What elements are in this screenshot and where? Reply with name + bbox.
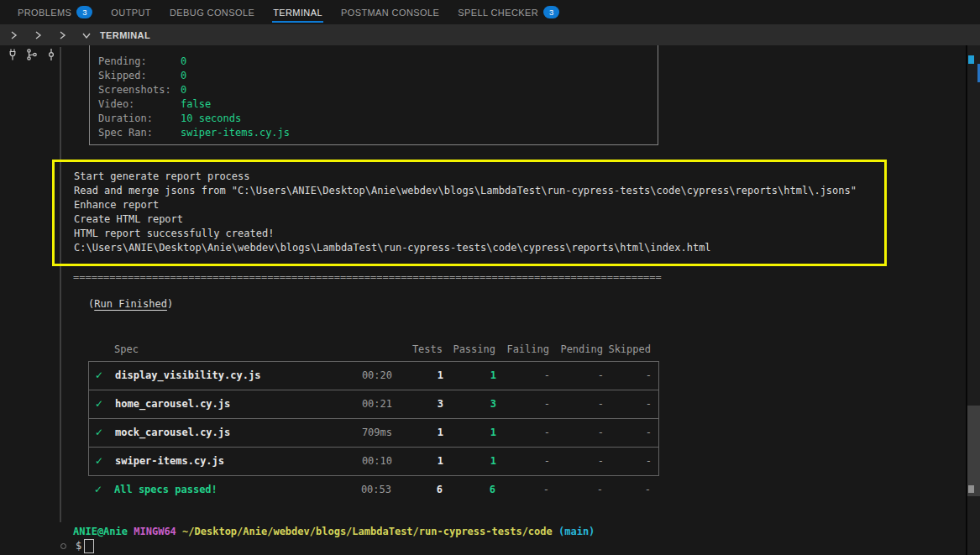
result-row: Video:false — [98, 97, 658, 112]
prompt-shell: MINGW64 — [128, 526, 176, 537]
col-header-failing: Failing — [495, 343, 549, 357]
skipped-count: - — [604, 397, 652, 411]
col-header-passing: Passing — [443, 343, 495, 357]
tab-postman-console[interactable]: POSTMAN CONSOLE — [332, 0, 448, 24]
prompt-branch: (main) — [553, 526, 595, 537]
check-icon: ✓ — [95, 426, 115, 440]
check-icon: ✓ — [95, 454, 115, 469]
tests-count: 1 — [392, 369, 443, 383]
overview-marker-gray — [968, 485, 974, 493]
scrollbar-thumb[interactable] — [967, 406, 980, 496]
chevron-right-icon[interactable] — [7, 29, 20, 42]
log-line: Start generate report process — [74, 170, 884, 184]
prompt-user: ANIE@Anie — [73, 526, 128, 537]
result-value: 0 — [181, 84, 186, 96]
result-label: Screenshots: — [98, 83, 181, 97]
result-value: 10 seconds — [181, 113, 241, 124]
passing-count: 1 — [443, 369, 496, 383]
all-specs-summary-row: ✓ All specs passed! 00:53 6 6 - - - — [88, 475, 659, 504]
spec-name: swiper-items.cy.js — [115, 454, 321, 469]
terminal-left-divider — [60, 47, 61, 522]
result-row: Pending:0 — [98, 55, 658, 69]
paren: ) — [167, 298, 173, 310]
skipped-count: - — [604, 369, 652, 383]
failing-count: - — [496, 369, 550, 383]
chevron-down-icon[interactable] — [80, 29, 93, 42]
summary-failing: - — [495, 483, 549, 497]
run-finished-text: Run Finished — [94, 298, 167, 310]
check-icon: ✓ — [95, 397, 115, 411]
log-line: Enhance report — [74, 198, 884, 212]
panel-tab-bar: PROBLEMS 3 OUTPUT DEBUG CONSOLE TERMINAL… — [0, 0, 980, 24]
check-icon: ✓ — [95, 369, 115, 383]
col-header-tests: Tests — [391, 343, 443, 357]
prompt-path: ~/Desktop/Anie/webdev/blogs/LambdaTest/r… — [176, 526, 553, 537]
summary-skipped: - — [603, 483, 651, 497]
result-label: Video: — [98, 97, 181, 112]
result-value: 0 — [181, 55, 186, 67]
col-header-pending: Pending — [549, 343, 603, 357]
summary-passing: 6 — [443, 483, 495, 497]
git-commit-icon[interactable] — [45, 48, 58, 61]
spec-duration: 00:20 — [321, 369, 392, 383]
terminal-cursor[interactable] — [84, 539, 94, 553]
run-finished-label: (Run Finished) — [88, 297, 173, 312]
result-value: swiper-items.cy.js — [181, 127, 290, 139]
panel-title: TERMINAL — [100, 30, 150, 40]
tests-count: 1 — [392, 426, 443, 440]
terminal-scrollbar[interactable] — [966, 45, 980, 555]
result-row: Spec Ran:swiper-items.cy.js — [98, 126, 658, 140]
prompt-ring-icon — [60, 543, 66, 549]
passing-count: 3 — [443, 397, 496, 411]
log-line: Read and merge jsons from "C:\Users\ANIE… — [74, 184, 884, 198]
failing-count: - — [496, 426, 550, 440]
tab-problems-label: PROBLEMS — [18, 8, 71, 18]
source-control-icon[interactable] — [25, 48, 39, 61]
spell-checker-count-badge: 3 — [543, 6, 559, 18]
pending-count: - — [550, 369, 604, 383]
chevron-right-icon[interactable] — [31, 29, 45, 42]
result-row: Duration:10 seconds — [98, 112, 658, 126]
spec-name: home_carousel.cy.js — [115, 397, 321, 411]
tab-debug-console[interactable]: DEBUG CONSOLE — [160, 0, 264, 24]
table-row: ✓ mock_carousel.cy.js 709ms 1 1 - - - — [89, 418, 658, 447]
cypress-results-box: Pending:0 Skipped:0 Screenshots:0 Video:… — [89, 45, 658, 145]
report-log-highlight-box: Start generate report process Read and m… — [52, 160, 887, 266]
result-row: Screenshots:0 — [98, 83, 658, 97]
result-value: 0 — [181, 70, 186, 81]
spec-table-header: Spec Tests Passing Failing Pending Skipp… — [88, 340, 659, 359]
tests-count: 1 — [392, 454, 443, 469]
table-row: ✓ home_carousel.cy.js 00:21 3 3 - - - — [89, 390, 658, 418]
tab-spell-checker[interactable]: SPELL CHECKER 3 — [448, 0, 569, 24]
log-line: HTML report successfully created! — [74, 227, 884, 241]
overview-marker-blue — [968, 55, 974, 64]
table-row: ✓ swiper-items.cy.js 00:10 1 1 - - - — [89, 447, 658, 475]
problems-count-badge: 3 — [76, 6, 92, 18]
shell-prompt: ANIE@Anie MINGW64 ~/Desktop/Anie/webdev/… — [73, 525, 595, 539]
result-label: Skipped: — [98, 69, 181, 83]
col-header-skipped: Skipped — [603, 343, 651, 357]
tests-count: 3 — [392, 397, 443, 411]
panel-header: TERMINAL — [0, 24, 980, 45]
result-label: Duration: — [98, 112, 181, 126]
pending-count: - — [550, 397, 604, 411]
check-icon: ✓ — [94, 483, 114, 497]
pending-count: - — [550, 454, 604, 469]
tab-output[interactable]: OUTPUT — [102, 0, 160, 24]
prompt-symbol: $ — [76, 539, 81, 553]
summary-pending: - — [549, 483, 603, 497]
spec-name: display_visibility.cy.js — [115, 369, 321, 383]
spec-name: mock_carousel.cy.js — [115, 426, 321, 440]
spec-duration: 00:21 — [321, 397, 392, 411]
tab-output-label: OUTPUT — [111, 8, 151, 18]
chevron-right-icon[interactable] — [55, 29, 69, 42]
separator-line: ========================================… — [73, 270, 662, 285]
terminal-viewport[interactable]: Pending:0 Skipped:0 Screenshots:0 Video:… — [0, 45, 980, 555]
plug-icon[interactable] — [6, 48, 19, 61]
tab-problems[interactable]: PROBLEMS 3 — [8, 0, 102, 24]
result-label: Pending: — [98, 55, 181, 69]
tab-terminal[interactable]: TERMINAL — [264, 0, 332, 24]
log-line: C:\Users\ANIE\Desktop\Anie\webdev\blogs\… — [74, 241, 884, 255]
spec-duration: 709ms — [321, 426, 392, 440]
passing-count: 1 — [443, 426, 496, 440]
